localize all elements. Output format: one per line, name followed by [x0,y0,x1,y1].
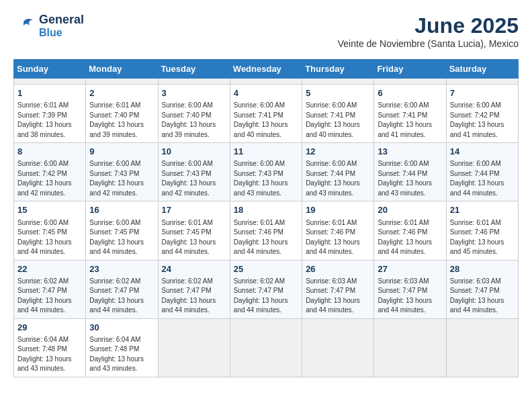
calendar-cell [14,79,86,85]
daylight-text: Daylight: 13 hoursand 39 minutes. [162,121,216,138]
daylight-text-cont: and 44 minutes. [450,189,498,197]
sunrise-text: Sunrise: 6:04 AM [17,336,69,343]
calendar-cell: 30Sunrise: 6:04 AMSunset: 7:48 PMDayligh… [86,318,158,377]
sunset-text: Sunset: 7:40 PM [162,111,212,119]
calendar-cell: 8Sunrise: 6:00 AMSunset: 7:42 PMDaylight… [14,143,86,201]
day-number: 29 [17,322,82,334]
day-info: Sunrise: 6:01 AMSunset: 7:46 PMDaylight:… [378,218,442,257]
day-number: 16 [89,204,154,216]
sunrise-text: Sunrise: 6:01 AM [234,219,285,226]
sunset-text: Sunset: 7:48 PM [17,345,67,353]
day-header-tuesday: Tuesday [158,60,230,79]
day-number: 6 [378,87,442,99]
day-info: Sunrise: 6:03 AMSunset: 7:47 PMDaylight:… [378,277,442,316]
daylight-text: Daylight: 13 hoursand 38 minutes. [17,121,72,138]
day-info: Sunrise: 6:01 AMSunset: 7:40 PMDaylight:… [89,101,154,140]
daylight-text: Daylight: 13 hoursand 41 minutes. [378,121,432,138]
day-info: Sunrise: 6:00 AMSunset: 7:43 PMDaylight:… [162,159,226,198]
daylight-text-cont: and 43 minutes. [89,365,137,372]
day-number: 28 [450,263,515,275]
calendar-cell [86,79,158,85]
daylight-text-cont: and 44 minutes. [89,248,137,255]
day-number: 26 [306,263,370,275]
day-info: Sunrise: 6:01 AMSunset: 7:46 PMDaylight:… [234,218,298,257]
sunrise-text: Sunrise: 6:03 AM [450,277,501,285]
calendar-cell: 1Sunrise: 6:01 AMSunset: 7:39 PMDaylight… [14,85,86,143]
daylight-text: Daylight: 13 hoursand 44 minutes. [306,238,360,256]
sunset-text: Sunset: 7:47 PM [306,287,355,294]
calendar-week-3: 8Sunrise: 6:00 AMSunset: 7:42 PMDaylight… [14,143,519,201]
day-info: Sunrise: 6:00 AMSunset: 7:41 PMDaylight:… [234,101,298,140]
daylight-text: Daylight: 13 hoursand 44 minutes. [306,297,360,314]
daylight-text-cont: and 44 minutes. [234,306,281,314]
day-info: Sunrise: 6:01 AMSunset: 7:46 PMDaylight:… [306,218,370,257]
calendar-cell: 12Sunrise: 6:00 AMSunset: 7:44 PMDayligh… [302,143,374,201]
sunset-text: Sunset: 7:46 PM [234,228,283,236]
daylight-text: Daylight: 13 hoursand 41 minutes. [450,121,504,138]
day-header-wednesday: Wednesday [230,60,302,79]
sunset-text: Sunset: 7:44 PM [450,170,500,177]
daylight-text: Daylight: 13 hoursand 45 minutes. [450,238,504,256]
sunset-text: Sunset: 7:47 PM [17,287,67,294]
sunrise-text: Sunrise: 6:00 AM [234,160,285,167]
daylight-text-cont: and 44 minutes. [378,306,425,314]
calendar-cell: 7Sunrise: 6:00 AMSunset: 7:42 PMDaylight… [446,85,518,143]
daylight-text-cont: and 39 minutes. [89,131,137,138]
day-number: 11 [234,146,298,158]
calendar-cell [158,318,230,377]
day-number: 12 [306,146,370,158]
calendar-cell: 26Sunrise: 6:03 AMSunset: 7:47 PMDayligh… [302,260,374,318]
day-number: 22 [17,263,82,275]
sunrise-text: Sunrise: 6:01 AM [306,219,357,226]
day-number: 9 [89,146,154,158]
sunset-text: Sunset: 7:47 PM [234,287,283,294]
day-header-monday: Monday [86,60,158,79]
daylight-text: Daylight: 13 hoursand 39 minutes. [89,121,144,138]
daylight-text-cont: and 44 minutes. [17,306,65,314]
day-number: 13 [378,146,442,158]
calendar-header-row: SundayMondayTuesdayWednesdayThursdayFrid… [14,60,519,79]
daylight-text: Daylight: 13 hoursand 44 minutes. [234,297,288,314]
sunrise-text: Sunrise: 6:00 AM [17,219,69,226]
calendar-cell [158,79,230,85]
daylight-text-cont: and 43 minutes. [234,189,281,197]
sunrise-text: Sunrise: 6:01 AM [89,101,140,109]
sunset-text: Sunset: 7:45 PM [89,228,139,236]
sunrise-text: Sunrise: 6:02 AM [162,277,213,285]
day-info: Sunrise: 6:00 AMSunset: 7:41 PMDaylight:… [378,101,442,140]
day-info: Sunrise: 6:00 AMSunset: 7:44 PMDaylight:… [306,159,370,198]
day-number: 27 [378,263,442,275]
day-info: Sunrise: 6:00 AMSunset: 7:45 PMDaylight:… [89,218,154,257]
calendar-cell: 16Sunrise: 6:00 AMSunset: 7:45 PMDayligh… [86,201,158,260]
calendar-cell [446,79,518,85]
daylight-text: Daylight: 13 hoursand 40 minutes. [306,121,360,138]
day-number: 4 [234,87,298,99]
calendar-cell [374,79,446,85]
day-header-thursday: Thursday [302,60,374,79]
calendar-cell: 10Sunrise: 6:00 AMSunset: 7:43 PMDayligh… [158,143,230,201]
calendar-cell: 3Sunrise: 6:00 AMSunset: 7:40 PMDaylight… [158,85,230,143]
daylight-text-cont: and 41 minutes. [378,131,425,138]
day-number: 25 [234,263,298,275]
logo-wrapper: General Blue [13,13,84,38]
daylight-text-cont: and 38 minutes. [17,131,65,138]
day-info: Sunrise: 6:04 AMSunset: 7:48 PMDaylight:… [17,335,82,374]
sunset-text: Sunset: 7:47 PM [450,287,500,294]
daylight-text: Daylight: 13 hoursand 43 minutes. [378,179,432,197]
sunrise-text: Sunrise: 6:01 AM [162,219,213,226]
daylight-text: Daylight: 13 hoursand 44 minutes. [450,179,504,197]
calendar-cell [446,318,518,377]
title-block: June 2025 Veinte de Noviembre (Santa Luc… [338,13,519,49]
sunrise-text: Sunrise: 6:00 AM [378,101,429,109]
sunset-text: Sunset: 7:41 PM [378,111,427,119]
day-info: Sunrise: 6:00 AMSunset: 7:44 PMDaylight:… [450,159,515,198]
daylight-text-cont: and 43 minutes. [17,365,65,372]
sunrise-text: Sunrise: 6:00 AM [162,160,213,167]
daylight-text-cont: and 44 minutes. [89,306,137,314]
sunrise-text: Sunrise: 6:00 AM [234,101,285,109]
daylight-text: Daylight: 13 hoursand 44 minutes. [378,297,432,314]
day-number: 14 [450,146,515,158]
sunrise-text: Sunrise: 6:00 AM [306,101,357,109]
calendar-week-1 [14,79,519,85]
sunrise-text: Sunrise: 6:00 AM [450,101,501,109]
